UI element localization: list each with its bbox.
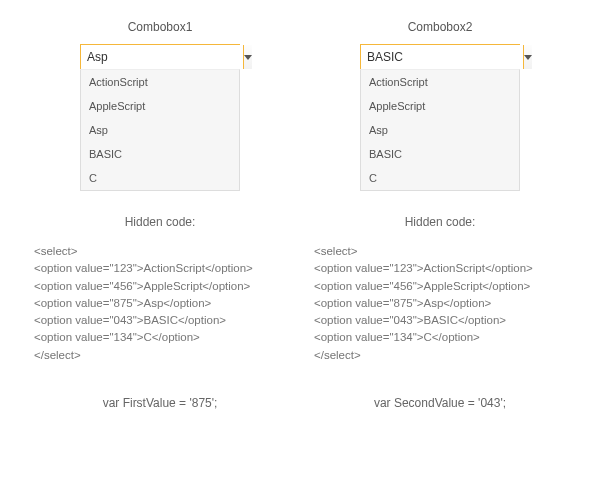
list-item[interactable]: BASIC (361, 142, 519, 166)
list-item[interactable]: ActionScript (361, 70, 519, 94)
svg-marker-0 (244, 55, 252, 60)
list-item[interactable]: C (81, 166, 239, 190)
chevron-down-icon (244, 55, 252, 60)
list-item[interactable]: Asp (81, 118, 239, 142)
hidden-code-label-1: Hidden code: (125, 215, 196, 229)
svg-marker-1 (524, 55, 532, 60)
hidden-code-label-2: Hidden code: (405, 215, 476, 229)
list-item[interactable]: AppleScript (361, 94, 519, 118)
combobox2[interactable] (360, 44, 520, 70)
var-secondvalue-line: var SecondValue = '043'; (374, 396, 506, 410)
combobox2-column: Combobox2 ActionScript AppleScript Asp B… (310, 20, 570, 410)
combobox1[interactable] (80, 44, 240, 70)
combobox2-input[interactable] (361, 45, 523, 69)
hidden-code-block-1: <select> <option value="123">ActionScrip… (30, 243, 253, 364)
combobox1-column: Combobox1 ActionScript AppleScript Asp B… (30, 20, 290, 410)
list-item[interactable]: C (361, 166, 519, 190)
list-item[interactable]: AppleScript (81, 94, 239, 118)
list-item[interactable]: ActionScript (81, 70, 239, 94)
combobox1-toggle-button[interactable] (243, 45, 252, 69)
hidden-code-block-2: <select> <option value="123">ActionScrip… (310, 243, 533, 364)
combobox1-input[interactable] (81, 45, 243, 69)
list-item[interactable]: Asp (361, 118, 519, 142)
list-item[interactable]: BASIC (81, 142, 239, 166)
combobox2-dropdown: ActionScript AppleScript Asp BASIC C (360, 69, 520, 191)
combobox2-title: Combobox2 (408, 20, 473, 34)
combobox2-toggle-button[interactable] (523, 45, 532, 69)
chevron-down-icon (524, 55, 532, 60)
combobox1-title: Combobox1 (128, 20, 193, 34)
combobox1-dropdown: ActionScript AppleScript Asp BASIC C (80, 69, 240, 191)
var-firstvalue-line: var FirstValue = '875'; (103, 396, 218, 410)
